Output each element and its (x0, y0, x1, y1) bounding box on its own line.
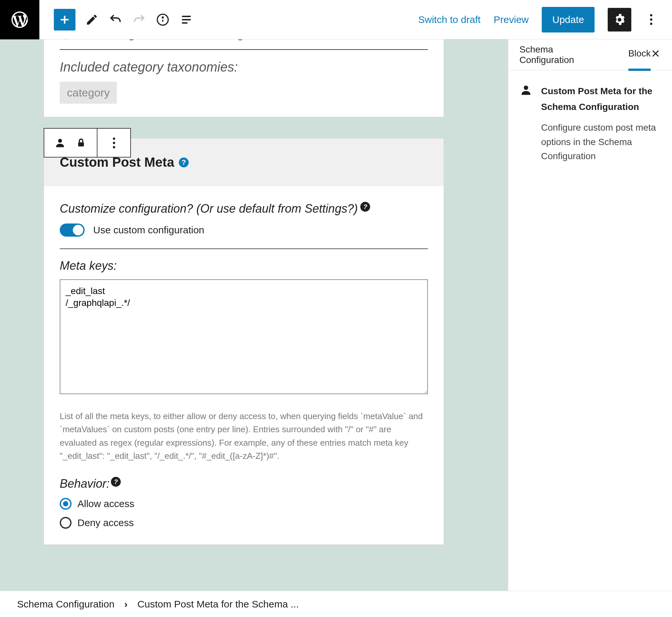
use-custom-config-toggle[interactable] (60, 223, 85, 237)
wordpress-logo-button[interactable] (0, 0, 39, 39)
plus-icon (59, 14, 70, 26)
lock-icon (76, 138, 86, 148)
sidebar-block-title: Custom Post Meta for the Schema Configur… (541, 83, 661, 115)
block-type-button[interactable] (54, 137, 66, 149)
toolbar-left-group (39, 9, 194, 30)
meta-keys-label: Meta keys: (60, 259, 428, 273)
update-button[interactable]: Update (542, 7, 595, 32)
list-view-button[interactable] (179, 12, 194, 27)
config-from-settings-row: Use configuration from Settings (60, 39, 428, 41)
toggle-label: Use custom configuration (93, 224, 204, 236)
meta-keys-help-text: List of all the meta keys, to either all… (60, 410, 428, 462)
svg-rect-7 (78, 143, 84, 147)
gear-icon (613, 13, 626, 26)
included-taxonomies-label: Included category taxonomies: (60, 60, 428, 74)
more-options-button[interactable] (644, 14, 658, 25)
editor-top-toolbar: Switch to draft Preview Update (0, 0, 672, 39)
info-icon (156, 13, 169, 26)
svg-point-8 (524, 86, 528, 90)
custom-post-meta-block[interactable]: Custom Post Meta ? Customize configurati… (44, 138, 444, 545)
sidebar-block-description: Configure custom post meta options in th… (541, 121, 661, 163)
edit-mode-button[interactable] (85, 12, 99, 27)
switch-to-draft-link[interactable]: Switch to draft (418, 14, 480, 25)
tab-block[interactable]: Block (628, 48, 651, 71)
block-more-button[interactable] (107, 138, 121, 148)
editor-canvas: Use configuration from Settings Included… (0, 39, 508, 591)
tab-schema-configuration[interactable]: Schema Configuration (519, 44, 607, 75)
settings-sidebar: Schema Configuration Block Custom Post M… (508, 39, 672, 591)
settings-button[interactable] (608, 8, 631, 31)
divider (60, 248, 428, 249)
toolbar-right-group: Switch to draft Preview Update (418, 7, 672, 32)
preview-link[interactable]: Preview (494, 14, 529, 25)
outline-icon (180, 13, 193, 26)
toggle-row: Use custom configuration (60, 223, 428, 237)
tooltip-icon[interactable]: ? (360, 202, 370, 212)
redo-icon (132, 13, 146, 27)
breadcrumb: Schema Configuration › Custom Post Meta … (0, 591, 672, 617)
yellow-dot-icon (60, 39, 71, 40)
prev-block-partial: Use configuration from Settings Included… (44, 39, 444, 117)
sidebar-tabs: Schema Configuration Block (508, 39, 672, 70)
radio-deny-access[interactable]: Deny access (60, 517, 428, 529)
breadcrumb-root[interactable]: Schema Configuration (17, 599, 115, 610)
undo-button[interactable] (108, 12, 123, 27)
config-from-settings-label: Use configuration from Settings (76, 39, 250, 41)
block-type-icon (519, 83, 532, 96)
block-floating-toolbar (44, 128, 131, 158)
wordpress-icon (10, 10, 29, 29)
customize-config-label: Customize configuration? (Or use default… (60, 202, 428, 216)
block-body: Customize configuration? (Or use default… (44, 186, 444, 545)
sidebar-body: Custom Post Meta for the Schema Configur… (508, 70, 672, 176)
user-icon (54, 137, 66, 149)
radio-checked-icon (60, 498, 71, 510)
svg-point-6 (58, 139, 62, 143)
tooltip-icon[interactable]: ? (111, 477, 121, 487)
editor-workspace: Use configuration from Settings Included… (0, 39, 672, 591)
chevron-right-icon: › (125, 599, 128, 610)
pencil-icon (85, 13, 98, 26)
undo-icon (108, 13, 123, 27)
user-icon (519, 83, 532, 96)
redo-button[interactable] (132, 12, 146, 27)
radio-allow-access[interactable]: Allow access (60, 498, 428, 510)
help-icon[interactable]: ? (179, 158, 189, 167)
close-sidebar-button[interactable] (651, 48, 661, 61)
divider (60, 49, 428, 50)
radio-unchecked-icon (60, 517, 71, 529)
add-block-button[interactable] (54, 9, 75, 30)
taxonomy-chip: category (60, 82, 117, 104)
block-lock-button[interactable] (75, 137, 87, 149)
svg-point-2 (162, 17, 163, 18)
meta-keys-textarea[interactable] (60, 279, 428, 394)
close-icon (651, 48, 661, 58)
info-button[interactable] (156, 12, 170, 27)
breadcrumb-current[interactable]: Custom Post Meta for the Schema ... (138, 599, 299, 610)
behavior-label: Behavior: ? (60, 477, 428, 491)
